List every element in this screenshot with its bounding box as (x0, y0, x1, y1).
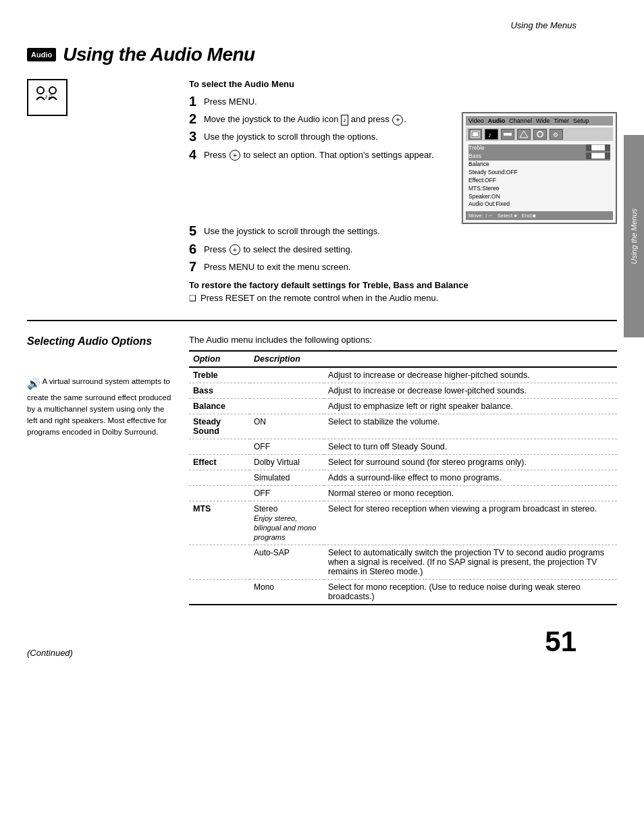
tv-menu-timer: Timer (554, 117, 569, 124)
continued-text: (Continued) (27, 648, 73, 658)
section-divider (27, 320, 617, 321)
step-6-text: Press + to select the desired setting. (204, 242, 352, 256)
option-steady: Steady Sound (189, 414, 250, 439)
option-steady-sub-on: ON (250, 414, 324, 439)
svg-rect-4 (473, 132, 478, 136)
col-sub: Description (250, 351, 324, 367)
option-mts-sub-sap: Auto-SAP (250, 545, 324, 579)
selecting-section: Selecting Audio Options 🔊 A virtual surr… (27, 335, 617, 605)
tv-icon-5-svg (535, 130, 545, 138)
step-1-num: 1 (189, 94, 201, 108)
option-effect-desc-dolby: Select for surround sound (for stereo pr… (324, 454, 617, 470)
table-row: Steady Sound ON Select to stabilize the … (189, 414, 617, 439)
step-1-text: Press MENU. (204, 94, 257, 108)
table-row: Balance Adjust to emphasize left or righ… (189, 398, 617, 414)
table-body: Treble Adjust to increase or decrease hi… (189, 367, 617, 605)
table-header-row: Option Description (189, 351, 617, 367)
table-row: OFF Select to turn off Steady Sound. (189, 439, 617, 454)
note-box: 🔊 A virtual surround system attempts to … (27, 376, 176, 439)
table-row: MTS Stereo Enjoy stereo, bilingual and m… (189, 501, 617, 545)
option-effect-desc-off: Normal stereo or mono reception. (324, 485, 617, 501)
table-row: Treble Adjust to increase or decrease hi… (189, 367, 617, 383)
select-audio-header: To select the Audio Menu (189, 79, 617, 89)
reset-section: To restore the factory default settings … (189, 280, 617, 303)
page-header: Using the Menus (27, 20, 617, 30)
tv-menu-wide: Wide (536, 117, 550, 124)
step-4: 4 Press + to select an option. That opti… (189, 148, 455, 161)
option-balance-sub (250, 398, 324, 414)
tv-screen: Video Audio Channel Wide Timer Setup ♪ (462, 112, 617, 224)
option-empty-3 (189, 485, 250, 501)
audio-icon-svg: ♪♫ (34, 85, 61, 111)
option-empty-2 (189, 470, 250, 485)
tv-option-mts: MTS:Stereo (468, 185, 610, 193)
checkbox-icon: ❑ (189, 294, 196, 303)
svg-point-7 (537, 132, 543, 137)
option-effect-sub-sim: Simulated (250, 470, 324, 485)
left-column: ♪♫ (27, 79, 176, 303)
tv-menu-setup: Setup (573, 117, 589, 124)
selecting-right: The Audio menu includes the following op… (189, 335, 617, 605)
tv-icon-4-svg (519, 130, 529, 138)
option-mts-desc-mono: Select for mono reception. (Use to reduc… (324, 579, 617, 605)
option-empty-1 (189, 439, 250, 454)
tv-icons-row: ♪ ⚙ (466, 128, 613, 141)
tv-menu-bar: Video Audio Channel Wide Timer Setup (466, 116, 613, 126)
option-empty-4 (189, 545, 250, 579)
tv-menu-channel: Channel (509, 117, 532, 124)
step-2-text: Move the joystick to the Audio icon ♪ an… (204, 112, 406, 126)
step-7-num: 7 (189, 260, 201, 273)
option-bass: Bass (189, 383, 250, 398)
tv-option-treble: Treble ████ (468, 144, 610, 153)
option-effect-desc-sim: Adds a surround-like effect to mono prog… (324, 470, 617, 485)
tv-icon-6-svg: ⚙ (552, 130, 561, 138)
reset-text: Press RESET on the remote control when i… (200, 293, 438, 303)
tv-icon-2: ♪ (485, 129, 498, 140)
step-5: 5 Use the joystick to scroll through the… (189, 224, 617, 238)
options-intro: The Audio menu includes the following op… (189, 335, 617, 345)
plus-btn-4: + (230, 150, 240, 161)
option-effect-sub-off: OFF (250, 485, 324, 501)
svg-text:♪: ♪ (488, 131, 491, 138)
option-mts-desc-stereo: Select for stereo reception when viewing… (324, 501, 617, 545)
svg-text:⚙: ⚙ (553, 132, 558, 138)
page-container: Using the Menus Using the Menus Audio Us… (0, 0, 644, 830)
tv-icon-5 (533, 129, 547, 140)
tv-option-speaker: Speaker:ON (468, 193, 610, 201)
step-4-text: Press + to select an option. That option… (204, 148, 433, 161)
main-title: Using the Audio Menu (63, 44, 255, 65)
tv-menu-video: Video (468, 117, 484, 124)
col-option: Option (189, 351, 250, 367)
selecting-title-text: Selecting Audio Options (27, 335, 152, 347)
step-7: 7 Press MENU to exit the menu screen. (189, 260, 617, 273)
page-number: 51 (545, 626, 576, 658)
option-bass-desc: Adjust to increase or decrease lower-pit… (324, 383, 617, 398)
reset-header: To restore the factory default settings … (189, 280, 617, 290)
option-treble-sub (250, 367, 324, 383)
table-row: Simulated Adds a surround-like effect to… (189, 470, 617, 485)
plus-btn-6: + (230, 244, 240, 255)
side-label: Using the Menus (624, 135, 644, 337)
selecting-title: Selecting Audio Options (27, 335, 176, 349)
audio-icon: ♪♫ (27, 79, 68, 116)
audio-icon-inline: ♪ (341, 115, 348, 126)
selecting-left: Selecting Audio Options 🔊 A virtual surr… (27, 335, 176, 605)
step-5-text: Use the joystick to scroll through the s… (204, 224, 380, 238)
step-7-text: Press MENU to exit the menu screen. (204, 260, 350, 273)
tv-option-bass: Bass ████ (468, 153, 610, 161)
step-3: 3 Use the joystick to scroll through the… (189, 130, 455, 143)
tv-icon-6: ⚙ (549, 129, 563, 140)
option-balance: Balance (189, 398, 250, 414)
tv-icon-3 (501, 129, 514, 140)
option-mts: MTS (189, 501, 250, 545)
tv-icon-2-svg: ♪ (487, 130, 496, 138)
right-column: To select the Audio Menu 1 Press MENU. V… (189, 79, 617, 303)
option-effect-sub-dolby: Dolby Virtual (250, 454, 324, 470)
step-2-area: Video Audio Channel Wide Timer Setup ♪ (189, 112, 617, 224)
option-bass-sub (250, 383, 324, 398)
side-label-text: Using the Menus (630, 209, 638, 265)
tv-menu-audio: Audio (488, 117, 506, 124)
option-effect: Effect (189, 454, 250, 470)
step-3-text: Use the joystick to scroll through the o… (204, 130, 378, 143)
tv-options: Treble ████ Bass ████ Balance Steady Sou… (466, 143, 613, 210)
